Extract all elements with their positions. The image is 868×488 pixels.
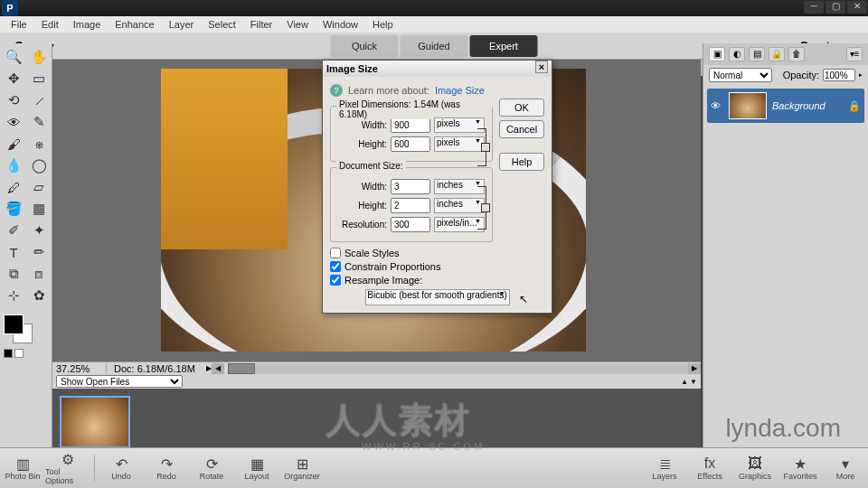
color-swatch[interactable] [4, 314, 33, 343]
scroll-right-icon[interactable]: ▶ [688, 363, 701, 374]
mode-guided[interactable]: Guided [401, 35, 468, 57]
menu-window[interactable]: Window [316, 19, 365, 30]
tool-options-button[interactable]: ⚙Tool Options [45, 450, 90, 486]
rotate-button[interactable]: ⟳Rotate [189, 450, 234, 486]
photo-bin-thumbnail[interactable] [60, 396, 130, 448]
px-height-input[interactable] [391, 136, 430, 152]
effects-button[interactable]: fxEffects [687, 450, 732, 486]
panel-tab-trash-icon[interactable]: 🗑 [788, 47, 805, 61]
undo-button[interactable]: ↶Undo [99, 450, 144, 486]
resample-check[interactable] [330, 275, 341, 286]
sponge-tool-icon[interactable]: ◯ [27, 155, 51, 175]
mode-expert[interactable]: Expert [470, 35, 538, 57]
zoom-level[interactable]: 37.25% [52, 363, 107, 374]
recompose-tool-icon[interactable]: ⧈ [27, 264, 51, 284]
scroll-left-icon[interactable]: ◀ [212, 363, 224, 374]
straighten-tool-icon[interactable]: ⊹ [2, 286, 25, 305]
layer-row[interactable]: 👁 Background 🔒 [707, 89, 864, 123]
px-width-input[interactable] [391, 117, 430, 133]
opacity-flyout-icon[interactable]: ▸ [859, 71, 863, 79]
learn-link[interactable]: Image Size [435, 85, 485, 96]
app-logo: P [2, 0, 18, 16]
horizontal-scrollbar[interactable] [228, 363, 688, 374]
collapse-bin-icon[interactable]: ▲ ▼ [681, 378, 697, 386]
link-icon-2[interactable] [477, 186, 486, 230]
brush-tool-icon[interactable]: 🖊 [2, 177, 25, 197]
crop-tool-icon[interactable]: ⧉ [2, 264, 25, 284]
resample-method-select[interactable]: Bicubic (best for smooth gradients) [365, 289, 510, 305]
doc-legend: Document Size: [336, 161, 406, 171]
favorites-button[interactable]: ★Favorites [778, 450, 823, 486]
menubar: File Edit Image Enhance Layer Select Fil… [0, 16, 868, 33]
menu-image[interactable]: Image [66, 19, 108, 30]
more-button[interactable]: ▾More [823, 450, 868, 486]
gradient-tool-icon[interactable]: ▦ [27, 199, 51, 219]
menu-view[interactable]: View [279, 19, 316, 30]
dialog-close-icon[interactable]: × [535, 61, 548, 73]
menu-select[interactable]: Select [201, 19, 243, 30]
lasso-tool-icon[interactable]: ⟲ [2, 90, 25, 110]
resolution-input[interactable] [391, 217, 430, 232]
panel-tab-adjust-icon[interactable]: ◐ [729, 47, 745, 61]
panel-tab-new-layer-icon[interactable]: ▣ [709, 47, 725, 61]
opacity-input[interactable] [823, 69, 855, 81]
shape-tool-icon[interactable]: ✦ [27, 221, 51, 240]
lock-icon[interactable]: 🔒 [848, 100, 861, 112]
pencil-tool-icon[interactable]: ✏ [27, 242, 51, 262]
default-colors-icon[interactable] [4, 349, 13, 358]
zoom-tool-icon[interactable]: 🔍 [2, 47, 25, 67]
spot-heal-tool-icon[interactable]: ✎ [27, 112, 51, 132]
panel-menu-icon[interactable]: ▾≡ [846, 47, 863, 61]
visibility-icon[interactable]: 👁 [711, 100, 723, 111]
graphics-button[interactable]: 🖼Graphics [732, 450, 778, 486]
cancel-button[interactable]: Cancel [499, 120, 544, 138]
mode-quick[interactable]: Quick [331, 35, 399, 57]
swap-colors-icon[interactable] [14, 349, 24, 358]
link-icon[interactable] [477, 128, 486, 166]
panel-tab-lock-icon[interactable]: 🔒 [769, 47, 785, 61]
paint-bucket-tool-icon[interactable]: 🪣 [2, 199, 25, 219]
eraser-tool-icon[interactable]: ▱ [27, 177, 51, 197]
redo-button[interactable]: ↷Redo [144, 450, 189, 486]
smart-brush-tool-icon[interactable]: 🖌 [2, 134, 25, 154]
organizer-button[interactable]: ⊞Organizer [279, 450, 325, 486]
clone-tool-icon[interactable]: ⎈ [27, 134, 51, 154]
ok-button[interactable]: OK [499, 99, 544, 117]
help-button[interactable]: Help [499, 153, 544, 171]
marquee-tool-icon[interactable]: ▭ [27, 69, 51, 89]
move-tool-icon[interactable]: ✥ [2, 69, 25, 89]
menu-file[interactable]: File [4, 19, 34, 30]
constrain-check[interactable] [330, 261, 341, 272]
layer-thumbnail[interactable] [729, 92, 767, 119]
doc-width-input[interactable] [391, 179, 430, 194]
px-height-label: Height: [336, 139, 387, 149]
menu-filter[interactable]: Filter [243, 19, 279, 30]
menu-edit[interactable]: Edit [34, 19, 66, 30]
layers-button[interactable]: ≣Layers [642, 450, 687, 486]
menu-layer[interactable]: Layer [162, 19, 202, 30]
menu-help[interactable]: Help [365, 19, 401, 30]
blend-mode-select[interactable]: Normal [709, 68, 772, 82]
redeye-tool-icon[interactable]: 👁 [2, 112, 25, 132]
doc-info: Doc: 6.18M/6.18M [107, 363, 203, 374]
window-close[interactable]: ✕ [847, 1, 867, 14]
scale-styles-check[interactable] [330, 248, 341, 258]
menu-enhance[interactable]: Enhance [108, 19, 161, 30]
blur-tool-icon[interactable]: 💧 [2, 155, 25, 175]
layer-name[interactable]: Background [772, 100, 843, 111]
hand-tool-icon[interactable]: ✋ [27, 47, 51, 67]
opacity-label: Opacity: [783, 70, 819, 80]
type-tool-icon[interactable]: T [2, 242, 25, 262]
quick-select-tool-icon[interactable]: ⟋ [27, 90, 51, 110]
window-maximize[interactable]: ▢ [826, 1, 845, 14]
cookie-cutter-tool-icon[interactable]: ✿ [27, 286, 51, 305]
open-files-select[interactable]: Show Open Files [56, 375, 183, 388]
doc-height-input[interactable] [391, 198, 430, 213]
eyedropper-tool-icon[interactable]: ✐ [2, 221, 25, 240]
photo-bin-button[interactable]: ▥Photo Bin [0, 450, 45, 486]
window-minimize[interactable]: ─ [804, 1, 824, 14]
layout-button[interactable]: ▦Layout [234, 450, 279, 486]
cursor-icon: ↖ [519, 293, 528, 305]
panel-tab-mask-icon[interactable]: ▤ [749, 47, 765, 61]
foreground-color[interactable] [4, 314, 24, 334]
